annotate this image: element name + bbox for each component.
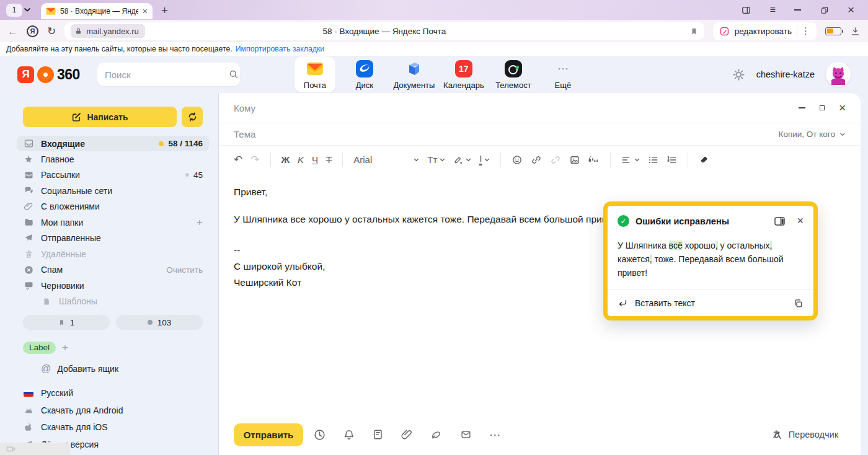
redo-icon[interactable]: ↷ (250, 153, 259, 166)
search-icon[interactable] (228, 69, 239, 80)
sidebar-item-attachments[interactable]: С вложениями (23, 199, 203, 215)
text-color-select[interactable]: I (479, 154, 490, 166)
service-documents[interactable]: Документы (394, 56, 435, 92)
yandex-button[interactable]: Я (27, 25, 38, 37)
service-mail[interactable]: Почта (294, 56, 335, 92)
font-family-select[interactable]: Arial (353, 154, 419, 165)
clear-formatting-icon[interactable] (699, 154, 709, 165)
compose-button[interactable]: Написать (23, 107, 177, 127)
cc-from-toggle[interactable]: Копии, От кого (779, 130, 846, 139)
sidebar-item-sent[interactable]: Отправленные (23, 231, 203, 247)
send-button[interactable]: Отправить (234, 423, 303, 446)
sidebar-item-drafts[interactable]: Черновики (23, 278, 203, 294)
undo-icon[interactable]: ↶ (234, 153, 242, 166)
clear-spam-action[interactable]: Очистить (166, 265, 203, 275)
username[interactable]: cheshire-katze (756, 69, 815, 79)
more-actions-icon[interactable]: ⋯ (489, 428, 501, 442)
reload-icon[interactable]: ↻ (47, 26, 56, 37)
restore-window-icon[interactable] (820, 6, 829, 15)
translator-button[interactable]: Переводчик (771, 429, 846, 441)
attach-file-icon[interactable] (401, 428, 413, 441)
battery-icon[interactable] (825, 27, 841, 35)
sidebar-item-mailings[interactable]: Рассылки 45 (23, 167, 203, 183)
notify-bell-icon[interactable] (343, 428, 355, 441)
service-more[interactable]: ⋯ Ещё (542, 56, 583, 92)
compose-maximize-icon[interactable] (820, 105, 825, 110)
mail-service-icon (306, 60, 324, 78)
tab-close-icon[interactable]: × (143, 6, 148, 16)
settings-gear-icon[interactable] (732, 68, 745, 81)
bold-button[interactable]: Ж (281, 154, 290, 165)
italic-button[interactable]: K (298, 154, 304, 165)
address-bar[interactable]: mail.yandex.ru 58 · Входящие — Яндекс По… (64, 22, 704, 40)
sidebar-item-trash[interactable]: Удалённые (23, 246, 203, 262)
avatar[interactable] (826, 62, 851, 87)
edit-more-icon[interactable]: ⋮ (797, 25, 810, 37)
pinned-filter-pill[interactable]: 1 (23, 315, 110, 330)
sidebar-item-spam[interactable]: Спам Очистить (23, 262, 203, 278)
add-mailbox[interactable]: @ Добавить ящик (23, 363, 203, 374)
close-window-icon[interactable]: × (848, 3, 854, 17)
quote-icon[interactable] (588, 156, 600, 164)
bullet-list-icon[interactable] (648, 156, 658, 164)
emoji-icon[interactable] (512, 154, 523, 166)
service-label: Документы (393, 81, 435, 90)
align-select[interactable] (621, 156, 640, 164)
back-icon[interactable]: ← (7, 26, 18, 37)
sidebar-item-main[interactable]: Главное (23, 151, 203, 167)
service-calendar[interactable]: 17 Календарь (443, 56, 484, 92)
sidebar-item-templates[interactable]: Шаблоны (23, 294, 203, 310)
open-in-panel-icon[interactable] (774, 216, 786, 226)
unlink-icon[interactable] (550, 154, 561, 166)
strikethrough-button[interactable]: Т (326, 154, 332, 165)
language-link[interactable]: Русский (23, 388, 203, 398)
search-input[interactable] (105, 69, 228, 80)
browser-tab[interactable]: 58 · Входящие — Янде × (41, 3, 153, 19)
numbered-list-icon[interactable] (666, 156, 677, 164)
chevron-down-icon[interactable] (24, 7, 31, 12)
refresh-button[interactable] (182, 107, 203, 127)
add-label-icon[interactable]: + (62, 342, 68, 354)
insert-image-icon[interactable] (569, 154, 580, 166)
compose-close-icon[interactable]: × (839, 101, 846, 115)
site-chip[interactable]: mail.yandex.ru (71, 24, 145, 38)
insert-text-button[interactable]: Вставить текст (635, 298, 695, 308)
underline-button[interactable]: Ч (312, 154, 318, 165)
edit-button[interactable]: редактировать ⋮ (713, 22, 817, 40)
sidebar-item-social[interactable]: Социальные сети (23, 183, 203, 199)
service-disk[interactable]: Диск (344, 56, 385, 92)
compose-minimize-icon[interactable] (799, 107, 805, 108)
sidebar-item-my-folders[interactable]: Мои папки + (23, 214, 203, 231)
tab-count[interactable]: 1 (6, 4, 22, 17)
template-doc-icon[interactable] (372, 428, 384, 441)
download-android-link[interactable]: Скачать для Android (23, 405, 203, 415)
browser-menu-icon[interactable]: ≡ (770, 4, 776, 15)
yandex360-logo[interactable]: Я 360 (17, 66, 80, 83)
font-size-select[interactable]: Tт (427, 154, 445, 165)
unread-filter-pill[interactable]: 103 (116, 315, 203, 330)
schedule-send-icon[interactable] (313, 428, 326, 441)
tab-group-control[interactable]: 1 (6, 4, 31, 17)
highlight-color-select[interactable] (453, 155, 471, 165)
seal-stamp-icon[interactable] (430, 429, 443, 441)
postcard-envelope-icon[interactable] (459, 429, 472, 440)
side-panel-icon[interactable] (741, 5, 751, 15)
minimize-window-icon[interactable] (794, 9, 801, 11)
link-icon[interactable] (531, 154, 542, 166)
sidebar-item-inbox[interactable]: Входящие 58 / 1146 (17, 136, 209, 151)
add-folder-icon[interactable]: + (197, 216, 203, 229)
search-box[interactable] (97, 63, 240, 86)
copy-icon[interactable] (793, 298, 804, 309)
browser-corner-widget[interactable] (0, 443, 70, 455)
to-field[interactable] (234, 103, 799, 113)
subject-field[interactable] (234, 129, 779, 139)
import-bookmarks-link[interactable]: Импортировать закладки (236, 45, 324, 53)
label-tag[interactable]: Label (23, 342, 56, 354)
popup-close-icon[interactable]: × (797, 214, 804, 228)
service-telemost[interactable]: Телемост (493, 56, 534, 92)
tray-icon (23, 170, 34, 180)
bookmark-icon[interactable] (690, 27, 698, 36)
new-tab-button[interactable]: + (161, 4, 168, 16)
downloads-icon[interactable] (850, 26, 861, 37)
download-ios-link[interactable]: Скачать для iOS (23, 422, 203, 432)
